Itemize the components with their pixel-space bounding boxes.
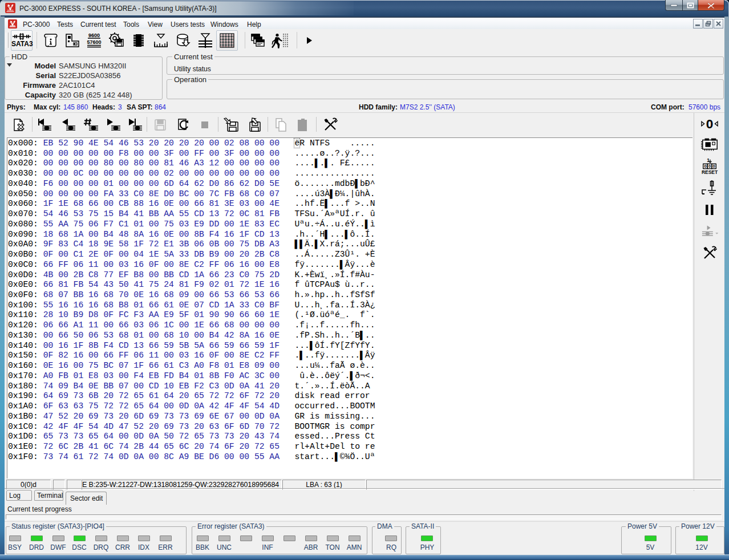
svg-text:57600: 57600 — [87, 39, 101, 45]
svg-text:0: 0 — [704, 164, 706, 169]
svg-text:1: 1 — [707, 157, 710, 163]
svg-text:0: 0 — [712, 164, 715, 169]
svg-text:9600: 9600 — [88, 33, 100, 38]
svg-text:RESET: RESET — [702, 169, 718, 175]
svg-text:0: 0 — [706, 117, 714, 131]
svg-text:0: 0 — [708, 164, 711, 169]
